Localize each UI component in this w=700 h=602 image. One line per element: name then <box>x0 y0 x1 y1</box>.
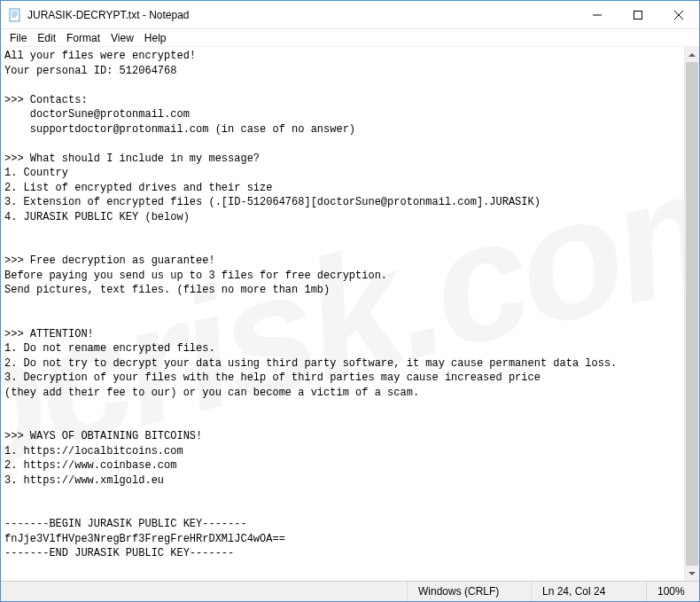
close-button[interactable] <box>658 1 699 28</box>
notepad-window: JURASIK-DECRYPT.txt - Notepad File Edit … <box>0 0 700 602</box>
statusbar: Windows (CRLF) Ln 24, Col 24 100% <box>1 581 699 601</box>
document-text[interactable]: All your files were encrypted! Your pers… <box>1 47 699 563</box>
scroll-up-button[interactable] <box>685 47 699 62</box>
minimize-button[interactable] <box>577 1 618 28</box>
status-zoom: 100% <box>646 582 699 601</box>
svg-rect-6 <box>634 11 642 19</box>
window-controls <box>577 1 699 28</box>
scrollbar-track[interactable] <box>685 62 699 566</box>
status-position: Ln 24, Col 24 <box>531 582 646 601</box>
menu-view[interactable]: View <box>105 30 139 46</box>
vertical-scrollbar[interactable] <box>684 47 699 581</box>
scrollbar-thumb[interactable] <box>686 62 698 566</box>
menu-format[interactable]: Format <box>61 30 105 46</box>
titlebar: JURASIK-DECRYPT.txt - Notepad <box>1 1 699 29</box>
maximize-button[interactable] <box>618 1 658 28</box>
scroll-down-button[interactable] <box>685 566 699 581</box>
menubar: File Edit Format View Help <box>1 29 699 47</box>
text-editor-area[interactable]: All your files were encrypted! Your pers… <box>1 47 699 581</box>
status-encoding: Windows (CRLF) <box>407 582 531 601</box>
menu-help[interactable]: Help <box>139 30 172 46</box>
menu-edit[interactable]: Edit <box>32 30 61 46</box>
window-title: JURASIK-DECRYPT.txt - Notepad <box>27 9 577 21</box>
notepad-icon <box>8 8 22 22</box>
menu-file[interactable]: File <box>4 30 32 46</box>
